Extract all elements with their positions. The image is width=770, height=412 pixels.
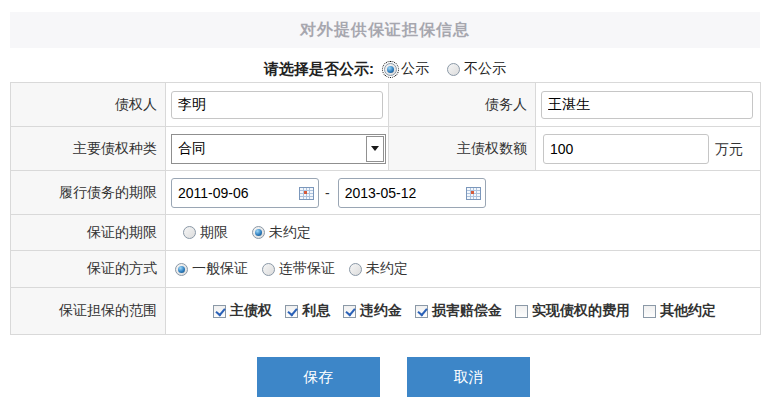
- scope-penalty-label: 违约金: [360, 302, 402, 320]
- guarantee-period-option-fixed[interactable]: 期限: [183, 224, 228, 242]
- guarantee-period-option-unagreed[interactable]: 未约定: [252, 224, 311, 242]
- date-range-separator: -: [325, 185, 330, 201]
- guarantee-scope-cell: 主债权 利息 违约金 损害赔偿金: [166, 288, 761, 335]
- radio-mode-unagreed-icon[interactable]: [349, 263, 362, 276]
- radio-mode-general-icon[interactable]: [175, 263, 188, 276]
- claim-type-label: 主要债权种类: [11, 127, 166, 171]
- table-row: 保证担保的范围 主债权 利息 违约金: [11, 288, 761, 335]
- publicity-option-public-label: 公示: [401, 60, 429, 78]
- publicity-label: 请选择是否公示:: [264, 60, 374, 79]
- radio-public-icon[interactable]: [384, 63, 397, 76]
- scope-realization-cost-label: 实现债权的费用: [532, 302, 630, 320]
- start-date-value: 2011-09-06: [172, 185, 249, 201]
- radio-period-unagreed-icon[interactable]: [252, 226, 265, 239]
- checkbox-interest-icon[interactable]: [285, 305, 298, 318]
- guarantee-period-unagreed-label: 未约定: [269, 224, 311, 242]
- scope-other-label: 其他约定: [660, 302, 716, 320]
- radio-private-icon[interactable]: [447, 63, 460, 76]
- scope-option-damages[interactable]: 损害赔偿金: [415, 302, 502, 320]
- guarantee-mode-unagreed-label: 未约定: [366, 260, 408, 278]
- creditor-label: 债权人: [11, 83, 166, 127]
- creditor-cell: [166, 83, 389, 127]
- claim-type-cell: 合同: [166, 127, 389, 171]
- guarantee-form-table: 债权人 债务人 主要债权种类 合同 主债权数额 万元: [10, 82, 761, 335]
- publicity-choice-row: 请选择是否公示: 公示 不公示: [0, 56, 770, 82]
- guarantee-mode-general-label: 一般保证: [192, 260, 248, 278]
- checkbox-other-icon[interactable]: [643, 305, 656, 318]
- calendar-icon[interactable]: [299, 187, 314, 203]
- debtor-input[interactable]: [541, 91, 753, 119]
- page-title: 对外提供保证担保信息: [300, 20, 470, 41]
- guarantee-period-label: 保证的期限: [11, 215, 166, 251]
- debt-period-label: 履行债务的期限: [11, 171, 166, 215]
- table-row: 主要债权种类 合同 主债权数额 万元: [11, 127, 761, 171]
- checkbox-damages-icon[interactable]: [415, 305, 428, 318]
- creditor-input[interactable]: [171, 91, 383, 119]
- end-date-input[interactable]: 2013-05-12: [338, 178, 486, 208]
- claim-amount-label: 主债权数额: [389, 127, 536, 171]
- guarantee-mode-option-general[interactable]: 一般保证: [175, 260, 248, 278]
- scope-option-penalty[interactable]: 违约金: [343, 302, 402, 320]
- guarantee-mode-label: 保证的方式: [11, 251, 166, 288]
- publicity-option-private[interactable]: 不公示: [447, 60, 506, 78]
- table-row: 债权人 债务人: [11, 83, 761, 127]
- guarantee-mode-cell: 一般保证 连带保证 未约定: [166, 251, 761, 288]
- debtor-cell: [536, 83, 761, 127]
- guarantee-scope-label: 保证担保的范围: [11, 288, 166, 335]
- chevron-down-icon: [371, 146, 379, 151]
- start-date-input[interactable]: 2011-09-06: [171, 178, 319, 208]
- scope-interest-label: 利息: [302, 302, 330, 320]
- claim-type-select[interactable]: 合同: [171, 134, 386, 164]
- radio-period-fixed-icon[interactable]: [183, 226, 196, 239]
- debt-period-cell: 2011-09-06 - 2013-05-12: [166, 171, 761, 215]
- claim-amount-cell: 万元: [536, 127, 761, 171]
- table-row: 保证的方式 一般保证 连带保证 未约定: [11, 251, 761, 288]
- scope-option-other[interactable]: 其他约定: [643, 302, 716, 320]
- table-row: 履行债务的期限 2011-09-06 - 2013-05-12: [11, 171, 761, 215]
- guarantee-info-page: 对外提供保证担保信息 请选择是否公示: 公示 不公示 债权人 债务人 主要债权种…: [0, 0, 770, 412]
- checkbox-realization-cost-icon[interactable]: [515, 305, 528, 318]
- guarantee-period-cell: 期限 未约定: [166, 215, 761, 251]
- scope-option-principal[interactable]: 主债权: [213, 302, 272, 320]
- guarantee-mode-option-unagreed[interactable]: 未约定: [349, 260, 408, 278]
- claim-amount-unit: 万元: [715, 141, 743, 157]
- publicity-option-private-label: 不公示: [464, 60, 506, 78]
- table-row: 保证的期限 期限 未约定: [11, 215, 761, 251]
- select-dropdown-button[interactable]: [366, 136, 384, 162]
- checkbox-principal-icon[interactable]: [213, 305, 226, 318]
- claim-amount-input[interactable]: [543, 134, 709, 164]
- scope-option-interest[interactable]: 利息: [285, 302, 330, 320]
- guarantee-mode-option-joint[interactable]: 连带保证: [262, 260, 335, 278]
- debtor-label: 债务人: [389, 83, 536, 127]
- cancel-button[interactable]: 取消: [407, 357, 530, 397]
- guarantee-mode-joint-label: 连带保证: [279, 260, 335, 278]
- checkbox-penalty-icon[interactable]: [343, 305, 356, 318]
- save-button[interactable]: 保存: [257, 357, 380, 397]
- scope-damages-label: 损害赔偿金: [432, 302, 502, 320]
- guarantee-period-fixed-label: 期限: [200, 224, 228, 242]
- publicity-option-public[interactable]: 公示: [384, 60, 429, 78]
- title-bar: 对外提供保证担保信息: [10, 12, 760, 48]
- calendar-icon[interactable]: [466, 187, 481, 203]
- scope-option-realization-cost[interactable]: 实现债权的费用: [515, 302, 630, 320]
- radio-mode-joint-icon[interactable]: [262, 263, 275, 276]
- scope-principal-label: 主债权: [230, 302, 272, 320]
- claim-type-selected-value: 合同: [172, 140, 206, 158]
- end-date-value: 2013-05-12: [339, 185, 417, 201]
